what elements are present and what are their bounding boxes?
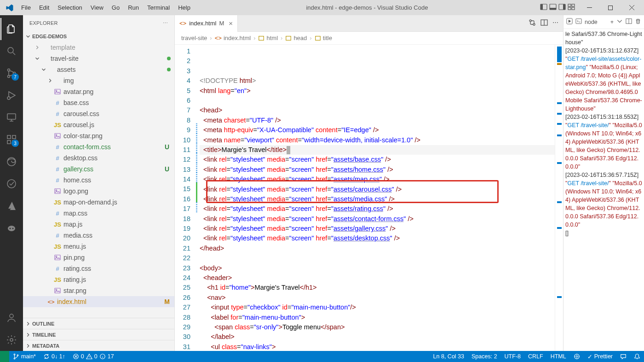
file-tree-item[interactable]: pin.png [23, 252, 174, 263]
breadcrumb-item[interactable]: html [258, 35, 278, 41]
extensions-icon[interactable]: 3 [0, 128, 23, 151]
file-tree-item[interactable]: template [23, 42, 174, 53]
layout-primary-icon[interactable] [540, 3, 547, 12]
remote-explorer-icon[interactable] [0, 106, 23, 128]
file-tree-item[interactable]: map.css [23, 208, 174, 219]
menu-selection[interactable]: Selection [54, 2, 86, 13]
encoding-status[interactable]: UTF-8 [501, 351, 524, 362]
maximize-button[interactable] [600, 0, 621, 15]
menu-file[interactable]: File [17, 2, 34, 13]
svg-rect-21 [12, 135, 16, 139]
indentation-status[interactable]: Spaces: 2 [468, 351, 501, 362]
menu-run[interactable]: Run [124, 2, 143, 13]
tab-more-icon[interactable]: ⋯ [552, 19, 558, 28]
file-tree-item[interactable]: avatar.png [23, 86, 174, 97]
svg-rect-5 [563, 4, 565, 10]
accounts-icon[interactable] [0, 307, 23, 329]
svg-rect-37 [55, 288, 60, 293]
file-tree-item[interactable]: rating.css [23, 263, 174, 274]
git-branch[interactable]: main* [9, 351, 40, 362]
breadcrumb-item[interactable]: head [285, 35, 307, 41]
terminal-output[interactable]: le Safari/537.36 Chrome-Lighthouse" [202… [564, 29, 644, 351]
source-control-icon[interactable]: 7 [0, 62, 23, 84]
minimize-button[interactable] [579, 0, 600, 15]
file-tree-item[interactable]: JSmenu.js [23, 241, 174, 252]
file-tree-item[interactable]: media.css [23, 230, 174, 241]
copilot-icon[interactable] [0, 217, 23, 239]
close-window-button[interactable] [621, 0, 642, 15]
compare-changes-icon[interactable] [529, 19, 536, 28]
check-icon[interactable] [0, 173, 23, 195]
section-metadata[interactable]: METADATA [23, 340, 174, 351]
search-icon[interactable] [0, 40, 23, 62]
file-tree-item[interactable]: logo.png [23, 186, 174, 197]
terminal-dropdown-icon[interactable] [616, 18, 623, 26]
terminal-shell-icon[interactable] [575, 18, 582, 26]
menu-terminal[interactable]: Terminal [144, 2, 173, 13]
file-tree-item[interactable]: img [23, 75, 174, 86]
feedback-icon[interactable] [616, 351, 630, 362]
file-tree-item[interactable]: assets [23, 64, 174, 75]
file-tree-item[interactable]: JSmap-on-demand.js [23, 197, 174, 208]
breadcrumb-item[interactable]: <> index.html [215, 35, 251, 41]
run-debug-icon[interactable] [0, 84, 23, 106]
split-editor-icon[interactable] [540, 19, 548, 28]
file-tree-item[interactable]: JSmap.js [23, 219, 174, 230]
split-terminal-icon[interactable] [626, 18, 632, 26]
menu-view[interactable]: View [87, 2, 107, 13]
file-tree-item[interactable]: base.css [23, 97, 174, 108]
git-sync[interactable]: 0↓ 1↑ [40, 351, 69, 362]
code-editor[interactable]: 1234567891011121314151617181920212223242… [175, 45, 563, 351]
minimap[interactable] [555, 45, 563, 351]
menu-help[interactable]: Help [174, 2, 194, 13]
file-tree-item[interactable]: star.png [23, 285, 174, 296]
folder-section-header[interactable]: EDGE-DEMOS [23, 31, 174, 42]
svg-rect-8 [568, 7, 571, 10]
close-tab-icon[interactable]: × [229, 19, 233, 27]
breadcrumb-item[interactable]: travel-site [181, 35, 207, 41]
menu-edit[interactable]: Edit [35, 2, 53, 13]
layout-bottom-icon[interactable] [549, 3, 557, 12]
explorer-icon[interactable] [0, 18, 23, 40]
file-tree-item[interactable]: JScarousel.js [23, 119, 174, 130]
section-outline[interactable]: OUTLINE [23, 318, 174, 329]
file-tree-item[interactable]: <>index.htmlM [23, 296, 174, 307]
file-tree-item[interactable]: gallery.cssU [23, 163, 174, 175]
tab-index-html[interactable]: <> index.html M × [175, 15, 238, 32]
kill-terminal-icon[interactable] [635, 18, 641, 26]
language-mode[interactable]: HTML [547, 351, 570, 362]
file-tree-item[interactable]: contact-form.cssU [23, 141, 174, 152]
eol-status[interactable]: CRLF [524, 351, 547, 362]
cursor-position[interactable]: Ln 8, Col 33 [430, 351, 468, 362]
layout-secondary-icon[interactable] [558, 3, 566, 12]
file-tree-item[interactable]: color-star.png [23, 130, 174, 141]
activity-bar: 7 3 [0, 15, 23, 351]
sidebar-more-icon[interactable]: ⋯ [163, 20, 168, 26]
svg-rect-29 [55, 89, 60, 94]
svg-point-26 [12, 228, 14, 229]
new-terminal-icon[interactable]: + [610, 19, 614, 25]
breadcrumbs[interactable]: travel-site›<> index.html› html› head› t… [175, 32, 563, 45]
problems-status[interactable]: 0 0 17 [69, 351, 118, 362]
file-tree-item[interactable]: home.css [23, 175, 174, 186]
file-tree-item[interactable]: travel-site [23, 53, 174, 64]
remote-indicator[interactable] [0, 351, 9, 362]
run-icon[interactable] [566, 18, 573, 26]
notifications-icon[interactable] [630, 351, 644, 362]
file-tree-item[interactable]: carousel.css [23, 108, 174, 119]
prettier-status[interactable]: ✓Prettier [584, 351, 616, 362]
breadcrumb-item[interactable]: title [315, 35, 332, 41]
window-title: index.html - edge-demos - Visual Studio … [194, 4, 540, 11]
section-timeline[interactable]: TIMELINE [23, 329, 174, 340]
file-tree-item[interactable]: JSrating.js [23, 274, 174, 285]
svg-rect-44 [315, 36, 320, 40]
settings-gear-icon[interactable] [0, 329, 23, 351]
ports-status[interactable] [570, 351, 584, 362]
html-file-icon: <> [179, 20, 186, 27]
layout-customize-icon[interactable] [568, 3, 575, 12]
edge-icon[interactable] [0, 151, 23, 173]
file-tree-item[interactable]: desktop.css [23, 152, 174, 163]
azure-icon[interactable] [0, 195, 23, 217]
menu-go[interactable]: Go [108, 2, 123, 13]
svg-point-49 [14, 358, 15, 359]
